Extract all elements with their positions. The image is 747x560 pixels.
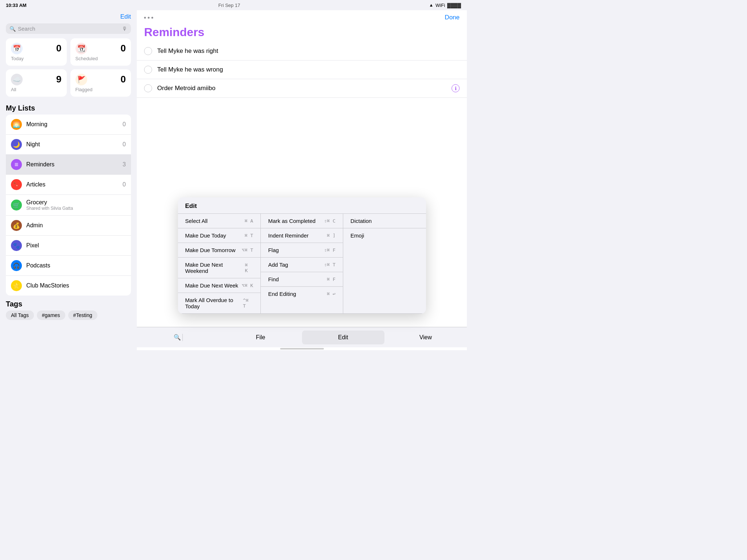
night-icon: 🌙 (11, 139, 22, 150)
grocery-name: Grocery (26, 199, 126, 206)
reminders-count: 3 (123, 161, 126, 168)
context-menu-title: Edit (178, 197, 426, 214)
list-item-admin[interactable]: 💰 Admin (6, 216, 131, 236)
menu-emoji[interactable]: Emoji (343, 228, 426, 243)
night-name: Night (26, 141, 118, 148)
menu-find-label: Find (268, 276, 279, 282)
main-layout: Edit 🔍 Search 🎙 📅 0 Today 📆 0 (0, 10, 467, 350)
list-item-morning[interactable]: 🌅 Morning 0 (6, 115, 131, 135)
night-count: 0 (123, 141, 126, 148)
battery-icon: ▓▓▓▓ (447, 3, 461, 8)
context-menu-overlay: Edit Select All ⌘ A Make Due Today ⌘ T (137, 10, 467, 350)
tags-chips: All Tags #games #Testing (6, 310, 131, 320)
podcasts-name: Podcasts (26, 262, 126, 269)
menu-mark-all-overdue-label: Mark All Overdue to Today (185, 297, 243, 309)
list-item-articles[interactable]: 🔖 Articles 0 (6, 175, 131, 195)
status-time: 10:33 AM (6, 3, 27, 8)
menu-dictation[interactable]: Dictation (343, 214, 426, 228)
sidebar-edit-button[interactable]: Edit (120, 13, 131, 20)
morning-icon: 🌅 (11, 119, 22, 130)
smart-list-today[interactable]: 📅 0 Today (6, 38, 67, 66)
morning-name: Morning (26, 121, 118, 128)
flagged-icon: 🚩 (76, 74, 87, 85)
flagged-count: 0 (121, 74, 126, 85)
articles-name: Articles (26, 181, 118, 188)
context-menu-grid: Select All ⌘ A Make Due Today ⌘ T Make D… (178, 214, 426, 314)
menu-flag-shortcut: ⇧⌘ F (324, 247, 336, 253)
list-item-podcasts[interactable]: 🎧 Podcasts (6, 256, 131, 276)
status-date: Fri Sep 17 (218, 3, 240, 8)
status-bar: 10:33 AM Fri Sep 17 ▲ WiFi ▓▓▓▓ (0, 0, 467, 10)
all-count: 9 (56, 74, 61, 85)
list-item-night[interactable]: 🌙 Night 0 (6, 135, 131, 155)
morning-count: 0 (123, 121, 126, 128)
smart-list-all[interactable]: ☁️ 9 All (6, 69, 67, 97)
scheduled-count: 0 (121, 43, 126, 54)
menu-add-tag[interactable]: Add Tag ⇧⌘ T (261, 258, 343, 272)
clubmacstories-icon: ⭐ (11, 280, 22, 291)
grocery-icon: 🛒 (11, 200, 22, 211)
menu-dictation-label: Dictation (351, 218, 372, 224)
menu-find[interactable]: Find ⌘ F (261, 272, 343, 287)
menu-select-all-shortcut: ⌘ A (245, 218, 253, 224)
menu-mark-completed-label: Mark as Completed (268, 218, 316, 224)
menu-flag[interactable]: Flag ⇧⌘ F (261, 243, 343, 258)
clubmacstories-name: Club MacStories (26, 282, 126, 289)
my-lists-header: My Lists (0, 101, 137, 115)
menu-make-due-next-weekend[interactable]: Make Due Next Weekend ⌘ K (178, 258, 261, 278)
sidebar: Edit 🔍 Search 🎙 📅 0 Today 📆 0 (0, 10, 137, 350)
articles-icon: 🔖 (11, 179, 22, 190)
signal-icon: ▲ (429, 3, 433, 8)
menu-find-shortcut: ⌘ F (327, 277, 335, 282)
context-menu-col-3: Dictation Emoji (343, 214, 426, 313)
status-icons: ▲ WiFi ▓▓▓▓ (429, 3, 461, 8)
smart-list-flagged[interactable]: 🚩 0 Flagged (70, 69, 131, 97)
reminders-icon: ≡ (11, 159, 22, 170)
menu-select-all-label: Select All (185, 218, 208, 224)
menu-mark-all-overdue[interactable]: Mark All Overdue to Today ^⌘ T (178, 293, 261, 313)
search-icon: 🔍 (9, 26, 16, 32)
menu-end-editing[interactable]: End Editing ⌘ ↩ (261, 287, 343, 301)
menu-make-due-today-shortcut: ⌘ T (245, 233, 253, 238)
flagged-label: Flagged (76, 87, 126, 92)
tag-all-tags[interactable]: All Tags (6, 310, 34, 320)
mic-icon[interactable]: 🎙 (122, 26, 127, 32)
menu-add-tag-label: Add Tag (268, 262, 288, 268)
menu-add-tag-shortcut: ⇧⌘ T (324, 262, 336, 267)
menu-make-due-next-weekend-label: Make Due Next Weekend (185, 262, 245, 274)
search-placeholder: Search (18, 26, 120, 32)
grocery-subtitle: Shared with Silvia Gatta (26, 206, 126, 211)
tag-testing[interactable]: #Testing (68, 310, 97, 320)
all-icon: ☁️ (11, 74, 23, 85)
menu-make-due-today[interactable]: Make Due Today ⌘ T (178, 228, 261, 243)
tag-games[interactable]: #games (37, 310, 65, 320)
context-menu: Edit Select All ⌘ A Make Due Today ⌘ T (178, 197, 426, 314)
list-item-clubmacstories[interactable]: ⭐ Club MacStories (6, 276, 131, 296)
menu-select-all[interactable]: Select All ⌘ A (178, 214, 261, 228)
list-item-pixel[interactable]: 🐾 Pixel (6, 236, 131, 256)
articles-count: 0 (123, 181, 126, 188)
menu-make-due-tomorrow-label: Make Due Tomorrow (185, 247, 236, 253)
menu-make-due-tomorrow[interactable]: Make Due Tomorrow ⌥⌘ T (178, 243, 261, 258)
wifi-icon: WiFi (436, 3, 445, 8)
list-item-reminders[interactable]: ≡ Reminders 3 (6, 155, 131, 175)
sidebar-header: Edit (0, 10, 137, 22)
menu-make-due-next-week-label: Make Due Next Week (185, 282, 239, 289)
smart-list-scheduled[interactable]: 📆 0 Scheduled (70, 38, 131, 66)
pixel-icon: 🐾 (11, 240, 22, 251)
menu-mark-completed[interactable]: Mark as Completed ⇧⌘ C (261, 214, 343, 228)
today-label: Today (11, 56, 62, 61)
menu-mark-all-overdue-shortcut: ^⌘ T (243, 298, 253, 309)
context-menu-col-1: Select All ⌘ A Make Due Today ⌘ T Make D… (178, 214, 261, 313)
right-panel: Done Reminders Tell Myke he was right Te… (137, 10, 467, 350)
scheduled-label: Scheduled (76, 56, 126, 61)
list-item-grocery[interactable]: 🛒 Grocery Shared with Silvia Gatta (6, 195, 131, 216)
all-label: All (11, 87, 62, 92)
today-icon: 📅 (11, 43, 23, 54)
pixel-name: Pixel (26, 242, 126, 249)
menu-indent-reminder[interactable]: Indent Reminder ⌘ ] (261, 228, 343, 243)
search-bar[interactable]: 🔍 Search 🎙 (6, 23, 131, 34)
menu-make-due-next-week[interactable]: Make Due Next Week ⌥⌘ K (178, 278, 261, 293)
menu-make-due-today-label: Make Due Today (185, 232, 226, 239)
context-menu-col-2: Mark as Completed ⇧⌘ C Indent Reminder ⌘… (260, 214, 343, 313)
